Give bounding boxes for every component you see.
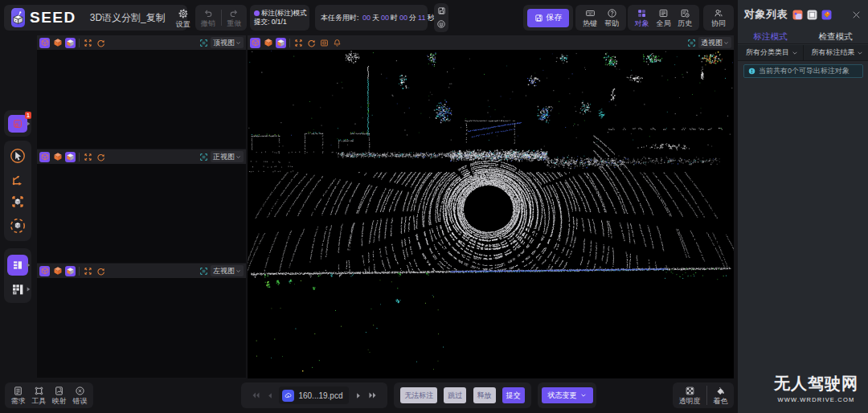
help-button[interactable]: 帮助 [604,8,619,27]
view-select-top[interactable]: 顶视图 [211,37,244,48]
translate-tool-button[interactable] [4,193,31,211]
pointcloud-canvas[interactable] [248,50,734,378]
logo-text: SEED [30,9,76,27]
front-label: 正视图 [213,152,235,162]
close-icon[interactable] [851,10,862,20]
tag-tool-icon[interactable] [821,10,832,20]
solid-mode-button[interactable] [52,266,63,276]
view-select-left[interactable]: 左视图 [211,265,244,276]
shaded-mode-button[interactable] [65,266,76,276]
wireframe-mode-button[interactable] [250,38,260,48]
focus-icon[interactable] [199,153,208,162]
viewport-left-canvas[interactable] [37,278,246,378]
global-panel-button[interactable]: 全局 [657,8,671,27]
rotate-tool-button[interactable] [4,217,31,235]
cube-solid-icon [264,38,273,47]
status-change-button[interactable]: 状态变更 [542,387,593,403]
focus-icon[interactable] [687,39,696,47]
viewport-top: 顶视图 [37,35,246,149]
bbox-tool-icon[interactable] [807,10,817,20]
fit-view-button[interactable] [293,38,304,48]
last-frame-button[interactable] [367,391,378,400]
mode-dot [254,10,260,16]
viewport-front-canvas[interactable] [37,164,246,263]
reset-view-button[interactable] [306,38,317,48]
requirement-button[interactable]: 需求 [11,386,26,405]
solid-mode-button[interactable] [263,38,273,48]
current-file-chip[interactable]: 160...19.pcd [279,386,349,404]
settings-button[interactable]: 设置 [176,8,190,28]
category-filter-select[interactable]: 所有分类类目 [738,47,803,58]
cannot-annotate-button[interactable]: 无法标注 [400,387,437,403]
caret-right-icon [27,121,31,126]
tab-check-mode[interactable]: 检查模式 [803,29,868,43]
divider [79,39,80,47]
cube-shaded-icon [276,39,285,47]
tools-button[interactable]: 工具 [31,386,46,405]
select-tool-button[interactable] [4,147,31,165]
collaborate-group: 协同 [703,5,734,31]
object-panel-button[interactable]: 对象 [635,8,649,27]
submit-value: 0/1/1 [272,18,287,27]
layout-split-button[interactable] [4,255,31,276]
next-frame-button[interactable] [354,391,362,400]
viewport-left-toolbar: 左视图 [37,264,246,278]
chevron-down-icon [792,50,798,56]
notifications-button[interactable] [332,38,342,48]
watermark-url: WWW.WRDRIVE.COM [774,396,858,403]
screen-view-button[interactable] [319,38,330,48]
colorize-button[interactable]: 着色 [714,386,728,405]
undo-button[interactable]: 撤销 [201,8,215,27]
shaded-mode-button[interactable] [65,38,76,48]
main-label: 透视图 [701,38,723,48]
settings-label: 设置 [176,20,190,28]
skip-button[interactable]: 跳过 [444,387,466,403]
release-button[interactable]: 释放 [473,387,496,403]
layout-grid-button[interactable] [4,282,31,296]
floppy-icon[interactable] [437,6,446,15]
fit-view-button[interactable] [83,152,93,162]
solid-mode-button[interactable] [52,152,63,162]
error-button[interactable]: 错误 [72,386,87,405]
solid-mode-button[interactable] [52,38,63,48]
first-frame-button[interactable] [251,391,261,400]
prev-frame-button[interactable] [266,391,275,400]
panel-toggle-group: 对象 全局 历史 [628,5,699,31]
submit-button[interactable]: 提交 [502,387,525,403]
mapping-button[interactable]: 映射 [52,386,67,405]
display-options-group: 透明度 着色 [673,382,734,408]
result-filter-select[interactable]: 所有标注结果 [804,47,868,58]
wireframe-mode-button[interactable] [39,266,50,276]
focus-icon[interactable] [199,39,208,47]
shaded-mode-button[interactable] [276,38,286,48]
wireframe-mode-button[interactable] [39,38,50,48]
reset-view-button[interactable] [96,152,106,162]
view-select-front[interactable]: 正视图 [211,151,244,162]
segmentation-grid-icon [12,118,23,129]
seed-logo[interactable] [11,8,25,27]
minutes-label: 00 [398,14,409,22]
reset-view-button[interactable] [96,266,106,276]
viewport-top-canvas[interactable] [37,50,246,149]
circled-tool-icon[interactable] [436,19,446,29]
fit-view-button[interactable] [83,38,93,48]
segmentation-tool-button[interactable]: 1 [4,115,31,133]
history-panel-button[interactable]: 历史 [678,8,692,27]
save-button[interactable]: 保存 [527,9,569,27]
polyline-tool-button[interactable] [4,171,31,187]
shaded-mode-button[interactable] [65,152,76,162]
wireframe-mode-button[interactable] [39,152,50,162]
focus-icon[interactable] [199,267,208,276]
tab-annotate-mode[interactable]: 标注模式 [738,29,803,43]
reset-view-button[interactable] [96,38,106,48]
viewport-left: 左视图 [37,264,246,378]
opacity-button[interactable]: 透明度 [679,386,701,405]
hotkey-button[interactable]: 热键 [583,8,597,27]
object-list-header: 对象列表 [738,0,868,29]
collaborate-button[interactable]: 协同 [711,8,726,27]
card-tool-icon[interactable] [792,10,803,20]
fit-view-button[interactable] [83,266,93,276]
redo-button[interactable]: 重做 [227,8,241,27]
cube-wireframe-icon [41,39,49,47]
view-select-main[interactable]: 透视图 [698,37,731,48]
